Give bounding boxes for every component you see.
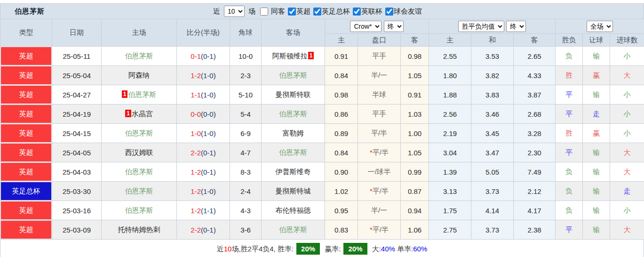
handicap-cell: 半/一 <box>358 201 401 220</box>
away-team-name: 阿斯顿维拉 <box>272 52 308 60</box>
bookmaker-select[interactable]: Crow* <box>350 21 382 32</box>
score-cell: 0-0(0-0) <box>177 104 230 124</box>
match-row: 英超 25-04-03 伯恩茅斯 1-2(0-1) 8-3 伊普斯维奇 0.90… <box>0 162 644 182</box>
avg-state-select[interactable]: 终 <box>506 21 526 32</box>
home-team-name: 伯恩茅斯 <box>125 206 153 214</box>
corner-cell: 10-0 <box>230 47 262 66</box>
goals-cell: 大 <box>610 143 644 162</box>
match-table: 类型 日期 主场 比分(半场) 角球 客场 Crow* 终 胜平负均值 <box>0 19 644 240</box>
match-row: 英足总杯 25-03-30 伯恩茅斯 1-2(1-0) 2-4 曼彻斯特城 1.… <box>0 182 644 201</box>
type-cell: 英超 <box>0 66 52 85</box>
corner-cell: 2-3 <box>230 66 262 85</box>
halftime-score: (0-1) <box>201 149 216 157</box>
recent-count-select[interactable]: 10 <box>224 6 245 17</box>
odds-state-select[interactable]: 终 <box>384 21 404 32</box>
halftime-score: (0-1) <box>201 52 216 60</box>
result-cell: 负 <box>556 182 583 201</box>
league-badge: 英超 <box>1 144 51 161</box>
odds-home-cell: 0.84 <box>325 66 358 85</box>
result-cell: 平 <box>556 85 583 104</box>
league-filter-checkbox[interactable] <box>288 8 296 16</box>
score-cell: 2-2(0-1) <box>177 220 230 240</box>
col-header-score: 比分(半场) <box>177 19 230 47</box>
away-team-name: 伯恩茅斯 <box>279 71 307 79</box>
handicap-cell: 平手 <box>358 47 401 66</box>
halftime-score: (1-0) <box>201 91 216 99</box>
fulltime-score: 1-2 <box>191 72 201 80</box>
league-filter-item: 球会友谊 <box>384 7 422 16</box>
odds-home-cell: 0.91 <box>325 47 358 66</box>
odds-away-cell: 1.05 <box>401 143 429 162</box>
away-team-cell: 曼彻斯特联 <box>262 85 325 104</box>
home-team-cell: 1水晶宫 <box>102 104 177 124</box>
date-cell: 25-03-16 <box>52 201 102 220</box>
avg-home-cell: 2.75 <box>429 220 471 240</box>
handicap-result-cell: 赢 <box>583 124 610 143</box>
halftime-score: (1-0) <box>201 187 216 195</box>
away-team-name: 伯恩茅斯 <box>279 110 307 118</box>
away-team-name: 曼彻斯特城 <box>276 187 311 195</box>
avg-away-cell: 2.12 <box>514 182 556 201</box>
halftime-score: (1-0) <box>201 72 216 80</box>
team-name: 伯恩茅斯 <box>15 7 45 16</box>
home-team-name: 西汉姆联 <box>125 148 153 156</box>
handicap-result-cell: 输 <box>583 85 610 104</box>
avg-draw-cell: 4.14 <box>471 201 514 220</box>
corner-cell: 6-9 <box>230 124 262 143</box>
same-away-checkbox[interactable] <box>260 8 268 16</box>
near-label: 近 <box>213 7 220 16</box>
handicap-text: 平手 <box>372 52 386 60</box>
corner-cell: 5-10 <box>230 85 262 104</box>
result-cell: 胜 <box>556 66 583 85</box>
home-team-cell: 托特纳姆热刺 <box>102 220 177 240</box>
score-cell: 1-2(1-0) <box>177 66 230 85</box>
league-filter-checkbox[interactable] <box>353 8 361 16</box>
odds-away-cell: 0.98 <box>401 47 429 66</box>
type-cell: 英超 <box>0 85 52 104</box>
col-header-type: 类型 <box>0 19 52 47</box>
avg-away-cell: 7.49 <box>514 162 556 182</box>
league-filter-label: 球会友谊 <box>394 7 422 16</box>
fulltime-score: 0-0 <box>191 110 201 118</box>
away-team-cell: 伯恩茅斯 <box>262 66 325 85</box>
big-rate-value: 40% <box>381 245 395 253</box>
odds-home-cell: 0.89 <box>325 124 358 143</box>
avg-home-cell: 1.80 <box>429 66 471 85</box>
handicap-text: 一/球半 <box>367 168 390 176</box>
fulltime-score: 1-2 <box>191 168 201 176</box>
avg-home-cell: 1.39 <box>429 162 471 182</box>
away-team-cell: 曼彻斯特城 <box>262 182 325 201</box>
handicap-cell: 一/球半 <box>358 162 401 182</box>
score-cell: 0-1(0-1) <box>177 47 230 66</box>
league-filter-item: 英足总杯 <box>312 7 350 16</box>
scope-select[interactable]: 全场 <box>587 21 613 32</box>
avg-home-cell: 2.55 <box>429 47 471 66</box>
league-filter-checkbox[interactable] <box>385 8 393 16</box>
handicap-cell: 平/半 <box>358 124 401 143</box>
away-team-cell: 伯恩茅斯 <box>262 104 325 124</box>
goals-cell: 小 <box>610 104 644 124</box>
away-team-cell: 伊普斯维奇 <box>262 162 325 182</box>
league-filter-checkbox[interactable] <box>313 8 321 16</box>
handicap-result-cell: 输 <box>583 162 610 182</box>
col-header-odds-away: 客 <box>401 34 429 47</box>
avg-home-cell: 2.56 <box>429 104 471 124</box>
odds-home-cell: 0.83 <box>325 220 358 240</box>
handicap-result-cell: 输 <box>583 220 610 240</box>
avg-away-cell: 4.33 <box>514 66 556 85</box>
handicap-text: 半/一 <box>371 206 387 214</box>
avg-select[interactable]: 胜平负均值 <box>458 21 504 32</box>
type-cell: 英超 <box>0 47 52 66</box>
odds-home-cell: 1.02 <box>325 182 358 201</box>
handicap-cell: 平手 <box>358 104 401 124</box>
handicap-cell: *平/半 <box>358 220 401 240</box>
avg-draw-cell: 3.83 <box>471 85 514 104</box>
away-team-name: 曼彻斯特联 <box>276 90 311 98</box>
avg-away-cell: 2.65 <box>514 47 556 66</box>
avg-draw-cell: 3.46 <box>471 104 514 124</box>
home-team-name: 水晶宫 <box>132 110 153 118</box>
result-cell: 负 <box>556 47 583 66</box>
date-cell: 25-05-11 <box>52 47 102 66</box>
home-team-name: 托特纳姆热刺 <box>118 225 160 233</box>
handicap-text: 平/半 <box>373 225 389 233</box>
